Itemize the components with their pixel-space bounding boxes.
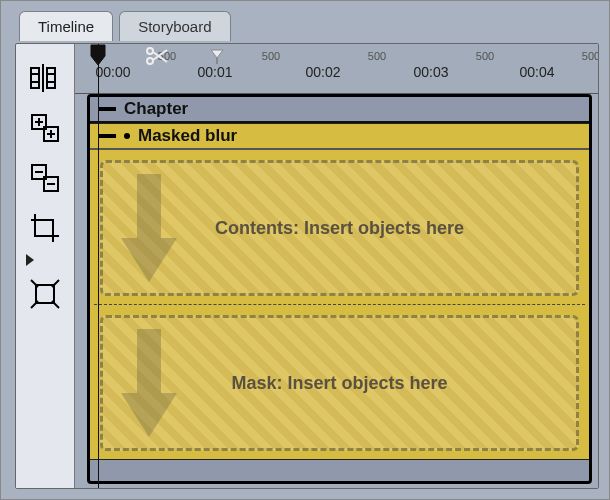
contents-dropzone[interactable]: Contents: Insert objects here: [100, 160, 579, 296]
svg-line-24: [153, 52, 167, 62]
ruler-tick-minor: 500: [582, 50, 598, 62]
svg-line-20: [31, 301, 38, 308]
svg-line-19: [52, 280, 59, 287]
mask-dropzone[interactable]: Mask: Insert objects here: [100, 315, 579, 451]
remove-media-icon: [29, 162, 61, 194]
svg-line-25: [153, 50, 167, 60]
down-arrow-icon: [117, 163, 181, 293]
ruler-tick-minor: 500: [476, 50, 494, 62]
crop-options-disclosure[interactable]: [26, 254, 34, 266]
masked-blur-header[interactable]: Masked blur: [90, 124, 589, 150]
svg-rect-1: [47, 68, 55, 88]
tab-timeline[interactable]: Timeline: [19, 11, 113, 41]
playhead-line: [98, 44, 99, 488]
tab-row: Timeline Storyboard: [19, 11, 231, 41]
tab-storyboard[interactable]: Storyboard: [119, 11, 230, 41]
time-ruler[interactable]: 00:0000:0100:0200:0300:04500500500500500: [75, 44, 598, 94]
svg-rect-0: [31, 68, 39, 88]
add-media-button[interactable]: [22, 106, 68, 150]
chapter-header[interactable]: Chapter: [90, 97, 589, 123]
svg-rect-17: [36, 285, 54, 303]
collapse-icon[interactable]: [98, 107, 116, 111]
remove-media-button[interactable]: [22, 156, 68, 200]
fit-icon: [29, 278, 61, 310]
masked-blur-track: Masked blur Contents: Insert objects her…: [90, 123, 589, 460]
svg-line-21: [52, 301, 59, 308]
track-divider: [94, 304, 585, 305]
ruler-tick-minor: 500: [368, 50, 386, 62]
cut-marker-icon[interactable]: [209, 48, 225, 68]
ruler-tick-minor: 500: [262, 50, 280, 62]
fit-button[interactable]: [22, 272, 68, 316]
svg-line-18: [31, 280, 38, 287]
timeline-area: 00:0000:0100:0200:0300:04500500500500500…: [74, 44, 598, 488]
tracks-container: Chapter Masked blur Contents: Insert obj…: [87, 94, 592, 484]
editor-panel: 00:0000:0100:0200:0300:04500500500500500…: [15, 43, 599, 489]
chapter-label: Chapter: [124, 99, 188, 119]
scissors-icon[interactable]: [145, 46, 169, 70]
collapse-icon[interactable]: [98, 134, 116, 138]
tool-column: [16, 48, 74, 488]
svg-point-23: [147, 48, 153, 54]
contents-hint: Contents: Insert objects here: [215, 218, 464, 239]
ruler-tick-major: 00:03: [413, 64, 448, 80]
crop-button[interactable]: [22, 206, 68, 250]
mask-hint: Mask: Insert objects here: [231, 373, 447, 394]
split-tracks-icon: [29, 62, 61, 94]
playhead[interactable]: [89, 44, 107, 66]
add-media-icon: [29, 112, 61, 144]
ruler-tick-major: 00:00: [95, 64, 130, 80]
masked-blur-label: Masked blur: [138, 126, 237, 146]
split-tracks-button[interactable]: [22, 56, 68, 100]
down-arrow-icon: [117, 318, 181, 448]
ruler-tick-major: 00:04: [519, 64, 554, 80]
crop-icon: [29, 212, 61, 244]
svg-point-22: [147, 58, 153, 64]
track-marker-dot: [124, 133, 130, 139]
ruler-tick-major: 00:02: [305, 64, 340, 80]
